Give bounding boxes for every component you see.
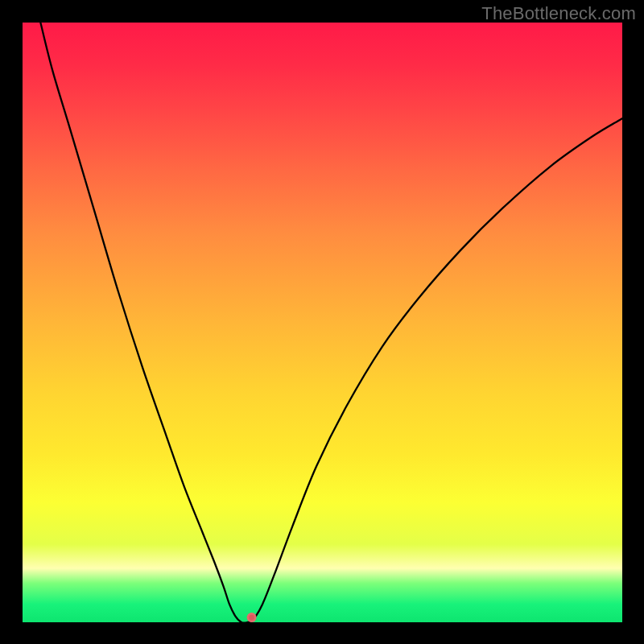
optimum-marker-inner (249, 615, 254, 621)
chart-svg (23, 23, 622, 622)
plot-area (23, 23, 622, 622)
watermark-text: TheBottleneck.com (481, 3, 636, 24)
gradient-background (23, 23, 622, 622)
chart-frame: TheBottleneck.com (0, 0, 644, 644)
